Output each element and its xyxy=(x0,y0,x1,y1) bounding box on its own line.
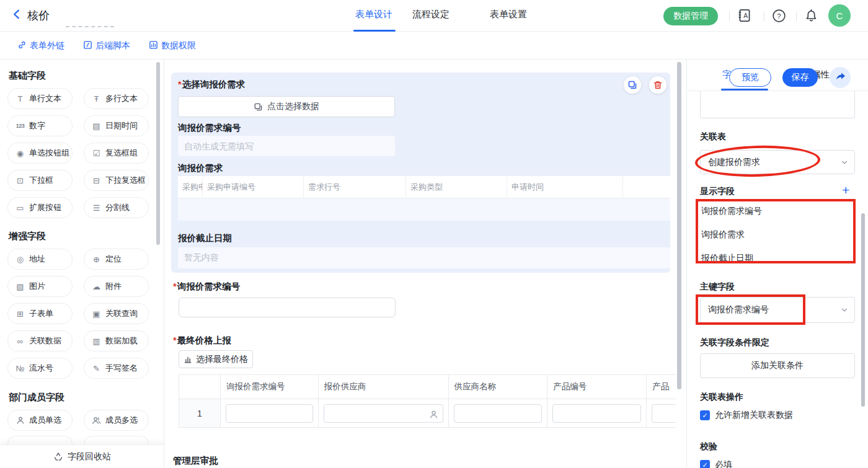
field-pill[interactable]: 123 数字 xyxy=(7,115,73,136)
field-pill[interactable]: ◉ 单选按钮组 xyxy=(7,143,73,164)
toolbar-link[interactable]: 后端脚本 xyxy=(83,40,130,51)
cell-input[interactable] xyxy=(226,404,313,423)
field-pill[interactable]: ☰ 分割线 xyxy=(84,197,149,218)
chevron-down-icon xyxy=(841,306,848,314)
allow-add-checkbox[interactable]: ✓ xyxy=(700,410,710,420)
field-pill[interactable]: ∞ 关联数据 xyxy=(7,330,73,351)
help-icon[interactable]: ? xyxy=(771,8,787,24)
section-title-enhanced: 增强字段 xyxy=(9,231,46,242)
validation-label: 校验 xyxy=(700,441,717,453)
copy-icon xyxy=(627,80,637,90)
field-pill[interactable]: ⊕ 定位 xyxy=(84,249,149,270)
field-pill[interactable]: 成员多选 xyxy=(84,410,149,431)
required-checkbox[interactable]: ✓ xyxy=(700,460,710,468)
add-display-field-button[interactable]: + xyxy=(842,183,849,196)
copy-button[interactable] xyxy=(624,76,641,94)
number-icon: 123 xyxy=(15,123,25,129)
canvas-scrollbar[interactable] xyxy=(677,62,681,389)
signature-icon: ✎ xyxy=(91,364,102,373)
share-icon xyxy=(835,71,846,85)
attachment-icon: ☁ xyxy=(91,283,102,291)
cell-input[interactable] xyxy=(454,404,542,423)
app-root: 核价 表单设计 流程设定 表单设置 数据管理 A ? C 表单外链 后端脚本 xyxy=(0,0,868,468)
data-manage-button[interactable]: 数据管理 xyxy=(663,7,718,25)
table-header-cell: 需求行号 xyxy=(304,176,406,198)
primary-key-label: 主键字段 xyxy=(700,281,735,293)
assoc-table-select[interactable]: 创建报价需求 xyxy=(700,150,855,174)
linked-query-icon: ▣ xyxy=(91,310,102,318)
field-pill[interactable]: ✎ 手写签名 xyxy=(84,358,149,379)
table-row: 1 xyxy=(179,399,676,428)
field-title: *选择询报价需求 xyxy=(178,79,245,91)
display-field-item[interactable]: 报价截止日期 xyxy=(701,253,762,264)
display-field-item[interactable]: 询报价需求 xyxy=(701,229,762,241)
assoc-table-label: 关联表 xyxy=(700,131,726,143)
chevron-down-icon xyxy=(841,159,848,166)
active-tab-underline xyxy=(353,30,396,32)
sidebar-scrollbar[interactable] xyxy=(156,62,160,245)
field-recycle-bar[interactable]: 字段回收站 xyxy=(0,444,164,468)
field-pill[interactable]: T 单行文本 xyxy=(7,88,73,109)
field-pill-partial[interactable] xyxy=(84,436,149,444)
divider xyxy=(796,11,797,21)
quote-number-input[interactable] xyxy=(179,298,384,317)
field-pill[interactable]: ⊡ 下拉框 xyxy=(7,170,73,191)
field-pill[interactable]: Ŧ 多行文本 xyxy=(84,88,149,109)
field-pill[interactable]: ⊞ 子表单 xyxy=(7,303,73,324)
dropdown-icon: ⊡ xyxy=(15,177,25,185)
select-final-price-button[interactable]: 选择最终价格 xyxy=(179,350,253,368)
delete-button[interactable] xyxy=(649,76,666,94)
display-fields-list: 询报价需求编号询报价需求报价截止日期 xyxy=(701,206,762,264)
panel-scrollbar[interactable] xyxy=(861,213,865,407)
select-data-icon xyxy=(254,102,263,112)
field-pill[interactable]: ▧ 图片 xyxy=(7,276,73,297)
field-pill[interactable]: ☑ 复选框组 xyxy=(84,143,149,164)
tab-form-design[interactable]: 表单设计 xyxy=(355,9,392,20)
field-pill[interactable]: ▣ 关联查询 xyxy=(84,303,149,324)
divider-icon: ☰ xyxy=(91,204,102,212)
field-pill[interactable]: № 流水号 xyxy=(7,358,73,379)
field-pill[interactable]: ▭ 扩展按钮 xyxy=(7,197,73,218)
cell-input[interactable] xyxy=(552,404,641,423)
location-icon: ⊕ xyxy=(91,255,102,263)
field-pill[interactable]: ⊟ 下拉复选框 xyxy=(84,170,149,191)
radio-group-icon: ◉ xyxy=(15,149,25,157)
display-field-item[interactable]: 询报价需求编号 xyxy=(701,206,762,217)
panel-top-input[interactable] xyxy=(700,91,855,118)
bell-icon[interactable] xyxy=(804,8,819,24)
serial-number-icon: № xyxy=(15,364,25,373)
cell-input[interactable] xyxy=(652,404,676,423)
add-condition-button[interactable]: 添加关联条件 xyxy=(700,353,855,378)
tab-form-settings[interactable]: 表单设置 xyxy=(490,9,527,20)
linked-data-icon: ∞ xyxy=(15,337,25,345)
select-data-button[interactable]: 点击选择数据 xyxy=(178,96,395,117)
journal-icon[interactable]: A xyxy=(737,7,753,24)
share-button[interactable] xyxy=(830,67,851,88)
save-button[interactable]: 保存 xyxy=(782,68,818,87)
form-link-icon xyxy=(17,40,27,51)
auto-number-input[interactable] xyxy=(184,141,384,151)
table-header-cell: 产品 xyxy=(647,375,676,399)
properties-panel: 字段属性 表单属性 关联表 创建报价需求 显示字段 + 询报价需求编号询报价需求… xyxy=(686,60,868,468)
cell-input[interactable] xyxy=(324,404,443,423)
tab-flow-settings[interactable]: 流程设定 xyxy=(412,9,450,20)
field-pill[interactable]: ☁ 附件 xyxy=(84,276,149,297)
back-button[interactable] xyxy=(11,9,22,22)
field-pill-partial[interactable] xyxy=(7,436,73,444)
datetime-icon: ▤ xyxy=(91,122,102,130)
field-pill[interactable]: ▤ 日期时间 xyxy=(84,115,149,136)
toolbar-link[interactable]: 数据权限 xyxy=(149,40,196,51)
field-pill[interactable]: ◎ 地址 xyxy=(7,249,73,270)
title-edit-underline[interactable] xyxy=(66,26,114,27)
primary-key-select[interactable]: 询报价需求编号 xyxy=(700,297,855,323)
field-pill[interactable]: ▥ 数据加载 xyxy=(84,330,149,351)
field-pill[interactable]: 成员单选 xyxy=(7,410,73,431)
selected-field-card[interactable]: *选择询报价需求 点击选择数据 询报价需求编号 询报价需求 采购申请行状态采购申… xyxy=(171,73,670,273)
toolbar-link[interactable]: 表单外链 xyxy=(17,40,64,51)
preview-button[interactable]: 预览 xyxy=(729,68,771,87)
basic-fields-grid: T 单行文本 Ŧ 多行文本 123 数字 ▤ 日期时间 ◉ 单选按钮组 ☑ 复选… xyxy=(7,88,149,218)
single-line-text-icon: T xyxy=(15,95,25,103)
avatar[interactable]: C xyxy=(828,4,851,27)
subform-icon: ⊞ xyxy=(15,310,25,318)
field-label: *最终价格上报 xyxy=(173,335,231,347)
